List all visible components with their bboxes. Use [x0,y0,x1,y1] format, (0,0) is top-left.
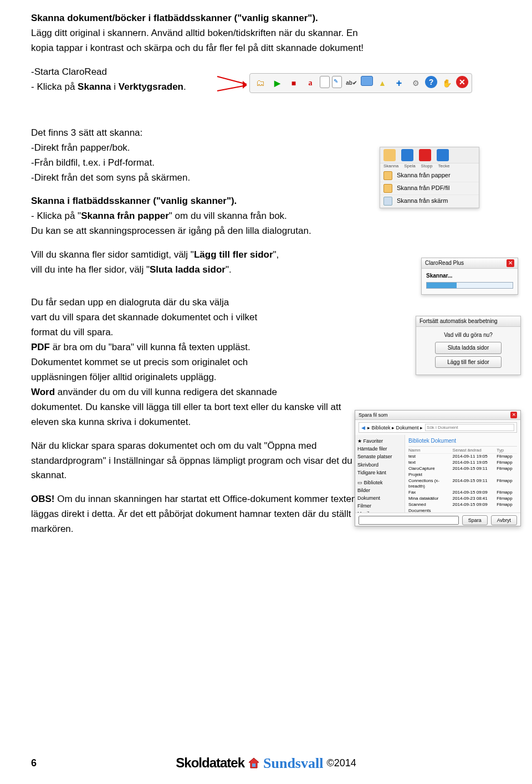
column-headers: Namn Senast ändrad Typ [408,448,517,454]
claroread-toolbar: 🗂 ▶ ■ a ab✔ ▲ + ⚙ ? ✋ ✕ [249,73,472,93]
brand-text: Skoldatatek [176,754,244,772]
file-list: Bibliotek Dokument Namn Senast ändrad Ty… [405,435,520,513]
menu-play-icon[interactable] [401,149,413,161]
save-button[interactable]: Spara [462,515,488,525]
menu-scan-icon[interactable] [383,149,396,161]
save-block: Du får sedan upp en dialogruta där du sk… [31,296,358,428]
scan-dropdown-menu: Skanna Spela Stopp Tecke Skanna från pap… [380,147,479,208]
menu-item-scan-paper[interactable]: Skanna från papper [380,170,479,182]
close-icon[interactable]: ✕ [510,412,517,418]
section-title: Skanna dokument/böcker i flatbäddsskanne… [31,13,318,23]
page-footer: Skoldatatek Sundsvall ©2014 [0,754,532,773]
flatbed-line: - Klicka på "Skanna från papper" om du v… [31,210,505,223]
intro-line: kopia tappar i kontrast och skärpa och d… [31,42,505,55]
add-more-pages-button[interactable]: Lägg till fler sidor [435,356,502,368]
scanning-progress-dialog: ClaroRead Plus✕ Skannar... [421,258,518,295]
dialog-titlebar: Spara fil som ✕ [355,411,520,420]
help-icon[interactable]: ? [425,76,437,88]
close-icon[interactable]: ✕ [456,76,468,88]
dialog-question: Vad vill du göra nu? [421,331,516,339]
menu-font-icon[interactable] [437,149,449,161]
screen-small-icon [383,197,392,206]
search-input[interactable] [425,424,514,431]
document-icon[interactable] [320,76,330,88]
stop-icon[interactable]: ■ [287,76,301,90]
highlight-icon[interactable]: ▲ [375,76,390,90]
file-row[interactable]: Connections (x-breadth)2014-09-15 09:11F… [408,478,517,490]
ways-heading: Det finns 3 sätt att skanna: [31,127,505,140]
screen-icon[interactable] [361,76,373,86]
dialog-titlebar: ClaroRead Plus✕ [422,258,518,269]
spellcheck-icon[interactable]: ab✔ [344,76,359,90]
flatbed-line: Du kan se att skanningsprocessen är igån… [31,225,505,238]
stop-loading-button[interactable]: Sluta ladda sidor [435,342,502,354]
svg-line-0 [217,76,247,84]
copyright-text: ©2014 [326,756,356,770]
cancel-button[interactable]: Avbryt [491,515,517,525]
progress-bar [426,282,513,289]
file-row[interactable]: Scanned Documents2014-09-15 09:09Filmapp [408,502,517,514]
svg-line-2 [217,85,247,91]
file-row[interactable]: test2014-09-11 19:05Filmapp [408,454,517,460]
filename-input[interactable] [359,516,459,525]
flatbed-heading: Skanna i flatbäddsskanner ("vanlig skann… [31,196,237,206]
more-pages-dialog: Fortsätt automatisk bearbetning Vad vill… [416,316,521,375]
scan-icon[interactable]: 🗂 [253,76,268,90]
edit-document-icon[interactable] [332,76,342,88]
pointer-arrows [216,72,249,94]
folder-tree[interactable]: ★ Favoriter Hämtade filer Senaste platse… [355,435,405,513]
hand-icon[interactable]: ✋ [439,76,454,90]
paper-icon [383,171,392,180]
file-row[interactable]: Mina datakällor2014-09-23 08:41Filmapp [408,496,517,502]
intro-block: Skanna dokument/böcker i flatbäddsskanne… [31,12,505,55]
add-icon[interactable]: + [392,76,406,90]
dialog-titlebar: Fortsätt automatisk bearbetning [416,316,520,327]
close-icon[interactable]: ✕ [507,259,514,267]
menu-header [380,147,479,163]
sundsvall-text: Sundsvall [263,754,323,773]
svg-rect-5 [252,763,255,767]
progress-label: Skannar... [426,272,513,280]
back-arrow-icon[interactable]: ◀ [361,424,365,431]
file-row[interactable]: text2014-09-11 19:05Filmapp [408,460,517,466]
breadcrumb[interactable]: ◀ ▸ Bibliotek ▸ Dokument ▸ [359,422,517,433]
file-row[interactable]: Fax2014-09-15 09:09Filmapp [408,490,517,496]
pdf-icon [383,184,392,193]
file-row[interactable]: ClaroCapture Projekt2014-09-15 09:11Film… [408,466,517,478]
house-icon [248,757,260,769]
menu-item-scan-pdf[interactable]: Skanna från PDF/fil [380,182,479,195]
menu-item-scan-screen[interactable]: Skanna från skärm [380,195,479,208]
toolbar-illustration: 🗂 ▶ ■ a ab✔ ▲ + ⚙ ? ✋ ✕ [216,72,472,94]
save-file-dialog: Spara fil som ✕ ◀ ▸ Bibliotek ▸ Dokument… [355,410,521,526]
play-icon[interactable]: ▶ [270,76,284,90]
font-settings-icon[interactable]: a [303,76,318,90]
settings-icon[interactable]: ⚙ [408,76,423,90]
menu-stop-icon[interactable] [419,149,431,161]
dialog-footer: Spara Avbryt [355,513,520,527]
menu-header-labels: Skanna Spela Stopp Tecke [380,163,479,170]
intro-line: Lägg ditt original i skannern. Använd al… [31,27,505,40]
